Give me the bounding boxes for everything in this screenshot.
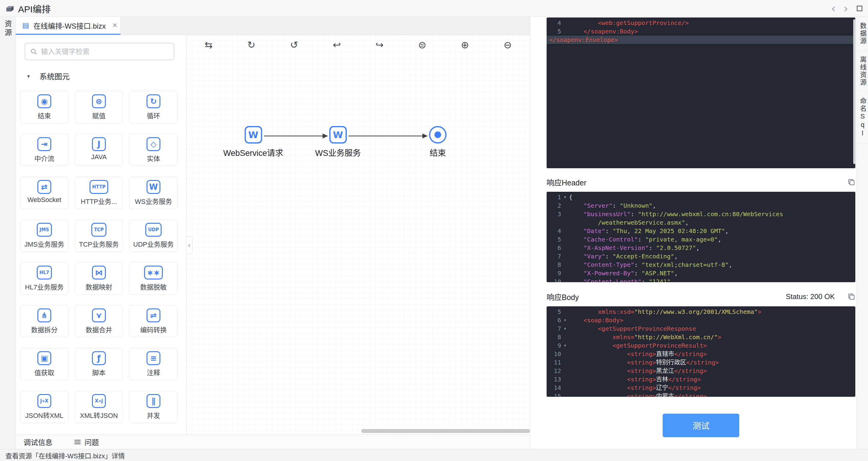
concurrent-icon: ∥ — [147, 394, 160, 408]
fold-spacer — [561, 367, 569, 375]
palette-item-assign[interactable]: ⊜赋值 — [75, 91, 123, 123]
code-line: 3 "businessUrl": "http://www.webxml.com.… — [547, 210, 855, 218]
palette-item-websocket[interactable]: ⇄WebSocket — [20, 177, 68, 209]
panel-scrollbar[interactable] — [853, 19, 856, 164]
line-number: 4 — [547, 227, 561, 235]
palette-grid: ◉结束⊜赋值↻循环⇥中介流JJAVA◇实体⇄WebSocketHTTPHTTP业… — [20, 91, 186, 423]
line-number: 1 — [547, 193, 561, 202]
nav-back-icon[interactable]: ‹ — [831, 3, 836, 14]
response-header-title: 响应Header — [547, 177, 586, 188]
palette-item-entity[interactable]: ◇实体 — [129, 134, 178, 166]
palette-item-jms-service[interactable]: JMSJMS业务服务 — [20, 219, 68, 252]
palette-item-java[interactable]: JJAVA — [75, 134, 123, 166]
palette-item-label: 数据拆分 — [31, 325, 58, 334]
palette-item-comment[interactable]: ≡注释 — [129, 348, 178, 380]
fold-icon[interactable]: ▾ — [561, 325, 569, 333]
resources-strip-label[interactable]: 资源 — [2, 20, 13, 37]
ws-service-icon: W — [147, 180, 161, 194]
palette-item-xml-to-json[interactable]: X»JXML转JSON — [75, 391, 123, 423]
fold-icon[interactable]: ▾ — [561, 341, 569, 350]
node-ws-service[interactable]: W WS业务服务 — [315, 126, 361, 158]
response-header-code[interactable]: 1▾{2 "Server": "Unknown",3 "businessUrl"… — [547, 192, 855, 282]
line-number: 8 — [547, 260, 561, 269]
palette-item-hl7-service[interactable]: HL7HL7业务服务 — [20, 262, 68, 295]
right-strip-tab-1[interactable]: 数据源 — [858, 17, 867, 51]
search-box[interactable] — [25, 43, 174, 60]
right-strip-tab-3[interactable]: 命名Sql — [858, 92, 867, 144]
ws-service-node-icon: W — [329, 126, 347, 144]
jms-service-icon: JMS — [37, 223, 52, 237]
palette-item-tcp-service[interactable]: TCPTCP业务服务 — [75, 219, 123, 252]
search-input[interactable] — [41, 48, 174, 56]
palette-item-data-merge[interactable]: ⋎数据合并 — [75, 305, 123, 337]
line-number: 13 — [547, 375, 561, 383]
end-icon: ◉ — [37, 94, 51, 108]
palette-item-value-get[interactable]: ▣值获取 — [20, 348, 68, 380]
palette-item-label: TCP业务服务 — [79, 239, 119, 248]
palette-item-ws-service[interactable]: WWS业务服务 — [129, 177, 178, 209]
maximize-icon[interactable] — [856, 5, 863, 12]
tcp-service-icon: TCP — [91, 223, 106, 237]
status-bar-text: 查看资源「在线编排-WS接口.bizx」详情 — [5, 451, 125, 460]
palette-item-data-split[interactable]: ⋔数据拆分 — [20, 305, 68, 337]
node-webservice-request[interactable]: W WebService请求 — [223, 126, 283, 158]
palette-item-mediation-flow[interactable]: ⇥中介流 — [20, 134, 68, 166]
code-line: 14 <string>辽宁</string> — [547, 383, 855, 392]
problems-tab[interactable]: 问题 — [74, 437, 99, 447]
canvas-horizontal-scrollbar[interactable] — [361, 429, 530, 433]
tab-close-icon[interactable]: × — [113, 21, 117, 30]
palette-item-script[interactable]: ƒ脚本 — [75, 348, 123, 380]
tab-bar: ▤ 在线编排-WS接口.bizx × — [16, 17, 530, 35]
code-line: 10 <string>直辖市</string> — [547, 350, 855, 358]
tab-online-orchestration[interactable]: ▤ 在线编排-WS接口.bizx × — [16, 17, 121, 35]
flow-canvas[interactable]: ⇆↻↺↩↪⊜⊕⊖ W WebService请求 W — [186, 35, 530, 434]
palette-item-concurrent[interactable]: ∥并发 — [129, 391, 178, 423]
palette-item-http-service[interactable]: HTTPHTTP业务... — [75, 177, 123, 209]
copy-header-icon[interactable] — [847, 178, 855, 186]
left-strip: 资源 — [0, 17, 16, 449]
palette-item-label: 并发 — [147, 410, 160, 420]
fold-spacer — [561, 260, 569, 269]
java-icon: J — [92, 137, 106, 151]
debug-info-tab[interactable]: 调试信息 — [24, 437, 53, 447]
problems-label: 问题 — [85, 437, 99, 447]
fold-spacer — [561, 308, 569, 316]
palette-item-label: 注释 — [147, 367, 160, 377]
node-end[interactable]: 结束 — [429, 126, 446, 158]
copy-body-icon[interactable] — [847, 293, 855, 301]
app-title: API编排 — [18, 2, 51, 15]
fold-spacer — [561, 392, 569, 397]
palette-item-udp-service[interactable]: UDPUDP业务服务 — [129, 219, 178, 252]
chevron-down-icon[interactable]: ▾ — [27, 73, 30, 79]
test-button[interactable]: 测试 — [663, 414, 739, 437]
palette-item-data-masking[interactable]: ∗∗数据脱敏 — [129, 262, 178, 295]
code-line: 10 "Content-Length": "1241" — [547, 277, 855, 282]
request-code[interactable]: 4 <web:getSupportProvince/>5 </soapenv:B… — [547, 18, 855, 168]
palette-item-label: JMS业务服务 — [24, 239, 64, 248]
code-line: 9 "X-Powered-By": "ASP.NET", — [547, 269, 855, 277]
entity-icon: ◇ — [147, 137, 160, 151]
fold-spacer — [561, 27, 569, 36]
collapse-palette-handle[interactable]: ‹ — [186, 236, 193, 254]
palette-item-end[interactable]: ◉结束 — [20, 91, 68, 123]
palette-item-label: JAVA — [91, 153, 107, 161]
palette-item-label: 数据映射 — [86, 282, 112, 291]
palette-item-encoding-convert[interactable]: ⇌编码转换 — [129, 305, 178, 337]
right-strip-tab-2[interactable]: 离线资源 — [858, 51, 867, 92]
fold-spacer — [561, 383, 569, 392]
palette-item-json-to-xml[interactable]: J»XJSON转XML — [20, 391, 68, 423]
line-number: 11 — [547, 358, 561, 367]
fold-icon[interactable]: ▾ — [561, 316, 569, 325]
nav-forward-icon[interactable]: › — [844, 3, 848, 14]
palette-section-header[interactable]: ▾ 系统图元 — [27, 70, 186, 82]
palette-item-loop[interactable]: ↻循环 — [129, 91, 178, 123]
code-line: 12 <string>黑龙江</string> — [547, 367, 855, 375]
fold-spacer — [561, 350, 569, 358]
response-body-code[interactable]: 5 xmlns:xsd="http://www.w3.org/2001/XMLS… — [547, 306, 855, 397]
script-icon: ƒ — [92, 351, 106, 365]
palette-item-data-mapping[interactable]: ⋈数据映射 — [75, 262, 123, 295]
palette-item-label: 脚本 — [92, 367, 105, 377]
code-line: 8 xmlns="http://WebXml.com.cn/"> — [547, 333, 855, 341]
line-number: 9 — [547, 269, 561, 277]
fold-icon[interactable]: ▾ — [561, 193, 569, 202]
